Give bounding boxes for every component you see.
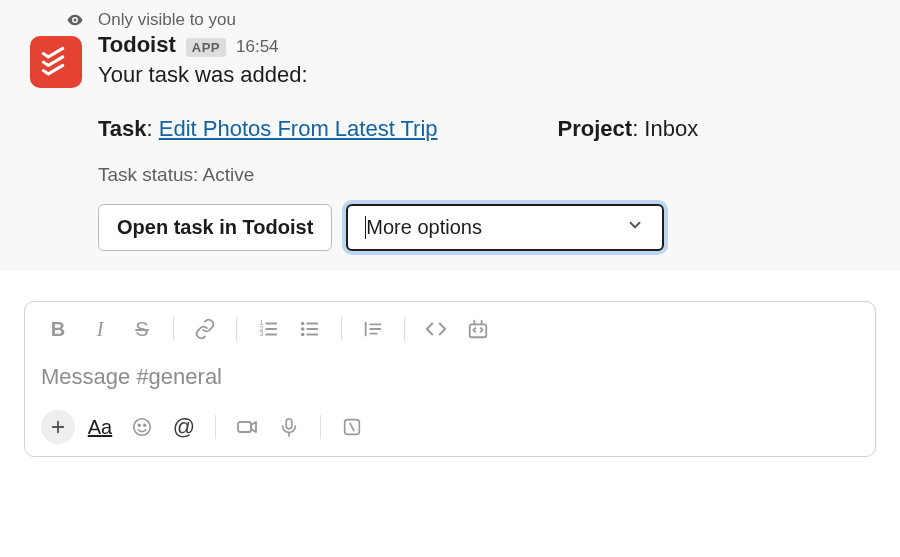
task-field-label: Task xyxy=(98,116,147,141)
project-field-label: Project xyxy=(558,116,633,141)
video-button[interactable] xyxy=(230,410,264,444)
project-value: Inbox xyxy=(644,116,698,141)
svg-point-21 xyxy=(144,424,146,426)
visibility-text: Only visible to you xyxy=(98,10,236,30)
svg-point-20 xyxy=(138,424,140,426)
toolbar-divider xyxy=(404,317,405,341)
task-added-text: Your task was added: xyxy=(98,62,870,88)
message-header: Todoist APP 16:54 xyxy=(98,32,870,58)
italic-button[interactable]: I xyxy=(83,312,117,346)
toolbar-divider xyxy=(215,415,216,439)
ordered-list-button[interactable]: 123 xyxy=(251,312,285,346)
link-button[interactable] xyxy=(188,312,222,346)
svg-line-27 xyxy=(350,423,354,430)
more-options-select[interactable]: More options xyxy=(346,204,664,251)
message-area: Only visible to you Todoist APP 16:54 Yo… xyxy=(0,0,900,271)
task-link[interactable]: Edit Photos From Latest Trip xyxy=(159,116,438,141)
status-value: Active xyxy=(203,164,255,185)
message-input[interactable]: Message #general xyxy=(41,364,859,390)
svg-rect-24 xyxy=(286,419,292,429)
app-badge: APP xyxy=(186,38,226,57)
shortcuts-button[interactable] xyxy=(335,410,369,444)
status-label: Task status xyxy=(98,164,193,185)
message-timestamp: 16:54 xyxy=(236,37,279,57)
more-options-label: More options xyxy=(366,216,482,239)
eye-icon xyxy=(66,11,84,29)
todoist-avatar xyxy=(30,36,82,88)
emoji-button[interactable] xyxy=(125,410,159,444)
svg-rect-22 xyxy=(238,422,251,432)
code-block-button[interactable] xyxy=(461,312,495,346)
message-composer: B I S 123 Message #general Aa xyxy=(24,301,876,457)
composer-actions: Aa @ xyxy=(41,410,859,444)
strikethrough-button[interactable]: S xyxy=(125,312,159,346)
audio-button[interactable] xyxy=(272,410,306,444)
project-field: Project: Inbox xyxy=(558,116,699,142)
app-name: Todoist xyxy=(98,32,176,58)
mention-button[interactable]: @ xyxy=(167,410,201,444)
bold-button[interactable]: B xyxy=(41,312,75,346)
blockquote-button[interactable] xyxy=(356,312,390,346)
task-status: Task status: Active xyxy=(98,164,870,186)
toolbar-divider xyxy=(236,317,237,341)
svg-point-10 xyxy=(302,328,304,330)
bullet-list-button[interactable] xyxy=(293,312,327,346)
toolbar-divider xyxy=(320,415,321,439)
chevron-down-icon xyxy=(626,216,644,239)
svg-text:3: 3 xyxy=(260,330,264,337)
formatting-toolbar: B I S 123 xyxy=(41,312,859,346)
svg-rect-16 xyxy=(470,324,487,337)
svg-point-9 xyxy=(302,323,304,325)
visibility-notice: Only visible to you xyxy=(66,10,870,30)
toolbar-divider xyxy=(341,317,342,341)
task-field: Task: Edit Photos From Latest Trip xyxy=(98,116,438,142)
toolbar-divider xyxy=(173,317,174,341)
svg-point-19 xyxy=(134,419,151,436)
svg-point-11 xyxy=(302,334,304,336)
formatting-toggle-button[interactable]: Aa xyxy=(83,410,117,444)
open-task-button[interactable]: Open task in Todoist xyxy=(98,204,332,251)
attach-button[interactable] xyxy=(41,410,75,444)
code-button[interactable] xyxy=(419,312,453,346)
